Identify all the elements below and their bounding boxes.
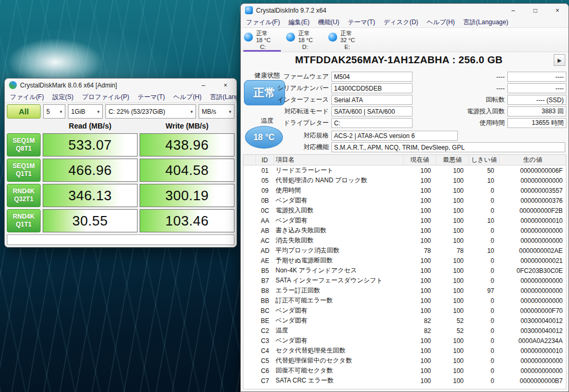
field-value: 13655 時間	[507, 118, 566, 128]
test-start-button[interactable]: RND4K Q1T1	[7, 209, 41, 232]
close-button[interactable]: ×	[546, 4, 568, 17]
current-value: 100	[404, 267, 436, 275]
info-field-row: 使用時間 13655 時間	[449, 118, 566, 128]
smart-attribute-row[interactable]: C7 SATA CRC エラー数 100 100 0 0000000000B7	[243, 376, 566, 386]
smart-attribute-row[interactable]: B7 SATA インターフェースダウンシフト 100 100 0 0000000…	[243, 276, 566, 286]
attribute-column-header: 項目名	[274, 155, 404, 165]
drive-health-status: 正常	[340, 30, 355, 37]
attribute-id: BB	[256, 297, 274, 305]
cdi-menu-item[interactable]: ヘルプ(H)	[423, 18, 459, 27]
smart-attribute-row[interactable]: AE 予期せぬ電源断回数 100 100 0 000000000021	[243, 256, 566, 266]
smart-attribute-row[interactable]: B5 Non-4K アラインドアクセス 100 100 0 0FC203B30C…	[243, 266, 566, 276]
test-name: RND4K	[13, 188, 34, 195]
cdi-menu-item[interactable]: 機能(U)	[313, 18, 344, 27]
crystaldiskinfo-window: CrystalDiskInfo 9.7.2 x64 – □ × ファイル(F)編…	[240, 3, 569, 392]
smart-table-body: 01 リードエラーレート 100 100 50 00000000006F 05 …	[243, 165, 566, 386]
smart-attribute-row[interactable]: AC 消去失敗回数 100 100 0 000000000000	[243, 236, 566, 246]
close-button[interactable]: ×	[214, 79, 237, 92]
cdm-menu-item[interactable]: 設定(S)	[48, 93, 77, 102]
attribute-id: AA	[256, 217, 274, 224]
cdi-window-buttons: – □ ×	[502, 4, 568, 17]
cdi-menu-item[interactable]: 編集(E)	[284, 18, 313, 27]
smart-attribute-row[interactable]: BE ベンダ固有 82 52 0 003000040012	[243, 316, 566, 326]
smart-attribute-row[interactable]: AB 書き込み失敗回数 100 100 0 000000000000	[243, 226, 566, 236]
threshold-value: 97	[469, 287, 499, 295]
smart-attribute-row[interactable]: C4 セクタ代替処理発生回数 100 100 0 000000000010	[243, 346, 566, 356]
info-field-row: 回転数 ---- (SSD)	[449, 95, 566, 105]
field-value: ACS-2 | ATA8-ACS version 6	[331, 131, 458, 141]
attribute-id: 01	[256, 167, 274, 174]
test-start-button[interactable]: SEQ1M Q8T1	[7, 133, 41, 156]
smart-attribute-row[interactable]: AA ベンダ固有 100 100 10 000000000010	[243, 215, 566, 226]
minimize-button[interactable]: –	[192, 79, 214, 92]
cdm-menu-item[interactable]: プロファイル(P)	[77, 93, 133, 102]
drive-tab[interactable]: 正常 18 °C D:	[284, 28, 326, 52]
smart-attribute-row[interactable]: C6 回復不可能セクタ数 100 100 0 000000000000	[243, 366, 566, 376]
drive-tab[interactable]: 正常 32 °C E:	[326, 28, 368, 52]
raw-column-header: 生の値	[499, 155, 566, 165]
worst-value: 100	[436, 197, 469, 204]
smart-attribute-row[interactable]: BB 訂正不可能エラー数 100 100 0 000000000000	[243, 296, 566, 306]
test-start-button[interactable]: RND4K Q32T1	[7, 184, 41, 207]
worst-value: 100	[436, 177, 469, 184]
test-start-button[interactable]: SEQ1M Q1T1	[7, 159, 41, 182]
cdi-menu-item[interactable]: ディスク(D)	[379, 18, 423, 27]
drive-tab[interactable]: 正常 18 °C C:	[242, 28, 284, 52]
attribute-name: 温度	[274, 326, 404, 335]
raw-value: 0000000002AE	[499, 247, 566, 254]
field-value: 14300CDD5DEB	[331, 83, 413, 93]
threshold-value: 0	[469, 347, 499, 355]
cdm-menu-item[interactable]: ヘルプ(H)	[169, 93, 206, 102]
field-value: C:	[331, 118, 413, 128]
attribute-name: 書き込み失敗回数	[274, 226, 404, 235]
smart-attribute-row[interactable]: 05 代替処理済の NAND ブロック数 100 100 10 00000000…	[243, 175, 566, 185]
smart-attribute-row[interactable]: 01 リードエラーレート 100 100 50 00000000006F	[243, 165, 566, 175]
attribute-id: AD	[256, 247, 274, 254]
cdi-titlebar[interactable]: CrystalDiskInfo 9.7.2 x64 – □ ×	[241, 4, 568, 17]
cdi-menu-item[interactable]: ファイル(F)	[242, 18, 284, 27]
threshold-value: 0	[469, 187, 499, 194]
test-queue-thread: Q1T1	[16, 170, 32, 178]
cdm-menu-item[interactable]: 言語(Language)	[206, 93, 237, 102]
read-result-cell: 346.13	[43, 184, 138, 207]
smart-attribute-row[interactable]: 09 使用時間 100 100 0 000000003557	[243, 185, 566, 195]
smart-attribute-row[interactable]: 0C 電源投入回数 100 100 0 000000000F2B	[243, 205, 566, 215]
smart-attribute-row[interactable]: C5 代替処理保留中のセクタ数 100 100 0 000000000000	[243, 356, 566, 366]
raw-value: 000000000376	[499, 197, 566, 204]
next-disk-button[interactable]: ▶	[554, 54, 565, 66]
test-count-dropdown[interactable]: 5 ▾	[43, 104, 65, 119]
read-result-value: 30.55	[72, 213, 108, 229]
cdm-menu-item[interactable]: ファイル(F)	[6, 93, 48, 102]
drive-temperature: 18 °C	[256, 37, 271, 44]
field-value: Serial ATA	[331, 95, 413, 105]
unit-dropdown[interactable]: MB/s ▾	[199, 104, 234, 119]
smart-attribute-row[interactable]: C2 温度 82 52 0 003000040012	[243, 326, 566, 336]
smart-attribute-row[interactable]: C3 ベンダ固有 100 100 0 0000A0A2234A	[243, 336, 566, 346]
smart-attribute-row[interactable]: BC ベンダ固有 100 100 0 000000000F70	[243, 306, 566, 316]
cdm-titlebar[interactable]: CrystalDiskMark 8.0.6 x64 [Admin] – ×	[5, 79, 237, 92]
worst-value: 100	[436, 257, 469, 264]
cdi-menu-item[interactable]: 言語(Language)	[459, 18, 512, 27]
info-field-row: インターフェース Serial ATA	[273, 95, 413, 105]
current-value: 78	[404, 247, 436, 254]
field-value: ----	[507, 83, 566, 93]
test-name: SEQ1M	[13, 137, 35, 145]
drive-tab-main: 正常 18 °C	[244, 30, 282, 44]
cdm-menu-item[interactable]: テーマ(T)	[133, 93, 169, 102]
test-size-dropdown[interactable]: 1GiB ▾	[68, 104, 103, 119]
minimize-button[interactable]: –	[502, 4, 524, 17]
drive-letter: C:	[244, 44, 282, 51]
raw-value: 000000000000	[499, 177, 566, 184]
smart-attribute-row[interactable]: AD 平均ブロック消去回数 78 78 10 0000000002AE	[243, 246, 566, 256]
smart-attribute-row[interactable]: B8 エラー訂正回数 100 100 97 000000000000	[243, 286, 566, 296]
target-drive-dropdown[interactable]: C: 22% (53/237GiB) ▾	[105, 104, 196, 119]
current-column-header: 現在値	[404, 155, 436, 165]
comment-input[interactable]	[7, 234, 234, 245]
all-test-button[interactable]: All	[7, 104, 41, 119]
cdi-menu-item[interactable]: テーマ(T)	[344, 18, 379, 27]
current-value: 100	[404, 337, 436, 345]
current-value: 100	[404, 357, 436, 365]
maximize-button[interactable]: □	[524, 4, 546, 17]
read-result-cell: 533.07	[43, 133, 138, 156]
smart-attribute-row[interactable]: 0B ベンダ固有 100 100 0 000000000376	[243, 195, 566, 205]
